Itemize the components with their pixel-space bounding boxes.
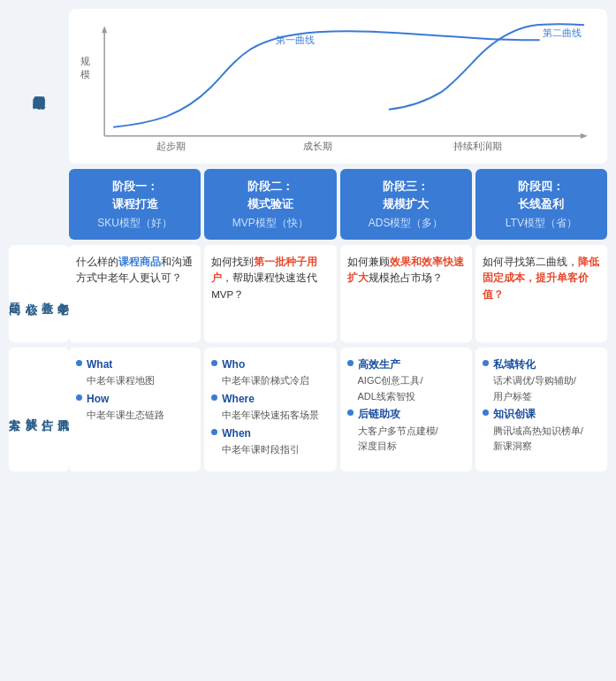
svg-text:第一曲线: 第一曲线 [276,34,315,45]
bullet-dot-5 [211,429,217,435]
stages-label-spacer [9,169,69,240]
solution-cell-4: 私域转化 话术调优/导购辅助/用户标签 知识创课 腾讯域高热知识榜单/新课洞察 [475,348,607,471]
bullet-dot-6 [347,360,354,366]
stage2-model: MVP模型（快） [211,216,329,231]
stage-header-2: 阶段二：模式验证 MVP模型（快） [204,169,336,240]
backend-label: 后链助攻 [358,406,438,423]
when-text: 中老年课时段指引 [222,442,300,458]
private-domain-label: 私域转化 [493,356,576,373]
knowledge-course-label: 知识创课 [493,406,583,423]
bullet-how: How 中老年课生态链路 [76,391,194,424]
how-label: How [87,391,164,408]
stage-header-1: 阶段一：课程打造 SKU模型（好） [69,169,201,240]
core-questions-cells: 什么样的课程商品和沟通方式中老年人更认可？ 如何找到第一批种子用户，帮助课程快速… [69,245,607,342]
svg-text:持续利润期: 持续利润期 [453,141,502,151]
bullet-backend: 后链助攻 大客户多节点建模/深度目标 [347,406,465,454]
bullet-dot-4 [211,394,217,401]
stage4-title: 阶段四：长线盈利 [483,178,600,212]
main-container: 中老年教企发展周期 规 模 起步期 成长期 持续利润期 第一曲线 [9,9,607,471]
knowledge-course-text: 腾讯域高热知识榜单/新课洞察 [493,424,583,455]
core-question-1: 什么样的课程商品和沟通方式中老年人更认可？ [69,245,201,342]
backend-text: 大客户多节点建模/深度目标 [358,424,438,455]
solution-cells: What 中老年课程地图 How 中老年课生态链路 Wh [69,348,607,471]
svg-marker-3 [581,134,588,139]
chart-row: 中老年教企发展周期 规 模 起步期 成长期 持续利润期 第一曲线 [9,9,607,164]
bullet-dot-2 [76,394,82,401]
stages-cells: 阶段一：课程打造 SKU模型（好） 阶段二：模式验证 MVP模型（快） 阶段三：… [69,169,607,240]
bullet-efficient-prod: 高效生产 AIGC创意工具/ADL线索智投 [347,356,465,404]
bullet-dot-3 [211,360,217,366]
svg-text:起步期: 起步期 [156,141,186,151]
core-questions-row: 中老年教企核心问题 什么样的课程商品和沟通方式中老年人更认可？ 如何找到第一批种… [9,245,607,342]
solutions-row: 腾讯广告解决方案 What 中老年课程地图 How 中老年课生态链路 [9,348,607,471]
who-label: Who [222,356,309,373]
solution-cell-3: 高效生产 AIGC创意工具/ADL线索智投 后链助攻 大客户多节点建模/深度目标 [340,348,472,471]
bullet-dot-9 [483,409,489,416]
svg-text:模: 模 [80,69,90,80]
growth-chart: 规 模 起步期 成长期 持续利润期 第一曲线 第二曲线 [78,19,593,155]
solution-cell-1: What 中老年课程地图 How 中老年课生态链路 [69,348,201,471]
core-question-4: 如何寻找第二曲线，降低固定成本，提升单客价值？ [475,245,607,342]
stage-header-4: 阶段四：长线盈利 LTV模型（省） [475,169,607,240]
bullet-knowledge-course: 知识创课 腾讯域高热知识榜单/新课洞察 [483,406,600,454]
stage1-model: SKU模型（好） [76,216,194,231]
core-question-3: 如何兼顾效果和效率快速扩大规模抢占市场？ [340,245,472,342]
core-questions-label: 中老年教企核心问题 [9,245,69,342]
bullet-when: When 中老年课时段指引 [211,425,329,458]
stage4-model: LTV模型（省） [483,216,600,231]
stage3-model: ADS模型（多） [347,216,465,231]
bullet-dot-1 [76,360,82,366]
period-label: 中老年教企发展周期 [9,9,69,164]
chart-area: 规 模 起步期 成长期 持续利润期 第一曲线 第二曲线 [69,9,607,164]
svg-text:成长期: 成长期 [303,141,332,151]
svg-marker-1 [102,26,107,33]
core-question-2: 如何找到第一批种子用户，帮助课程快速迭代MVP？ [204,245,336,342]
solution-cell-2: Who 中老年课阶梯式冷启 Where 中老年课快速拓客场景 When 中老 [204,348,336,471]
where-text: 中老年课快速拓客场景 [222,408,319,424]
when-label: When [222,425,300,442]
private-domain-text: 话术调优/导购辅助/用户标签 [493,373,576,404]
stage-header-3: 阶段三：规模扩大 ADS模型（多） [340,169,472,240]
stage2-title: 阶段二：模式验证 [211,178,329,212]
who-text: 中老年课阶梯式冷启 [222,373,309,389]
svg-text:第二曲线: 第二曲线 [543,27,582,38]
what-label: What [87,356,155,373]
bullet-dot-8 [483,360,489,366]
svg-text:规: 规 [80,56,90,66]
solutions-label: 腾讯广告解决方案 [9,348,69,471]
stage3-title: 阶段三：规模扩大 [347,178,465,212]
stages-header-row: 阶段一：课程打造 SKU模型（好） 阶段二：模式验证 MVP模型（快） 阶段三：… [9,169,607,240]
stage1-title: 阶段一：课程打造 [76,178,194,212]
bullet-private-domain: 私域转化 话术调优/导购辅助/用户标签 [483,356,600,404]
efficient-prod-label: 高效生产 [358,356,423,373]
what-text: 中老年课程地图 [87,373,155,389]
bullet-who: Who 中老年课阶梯式冷启 [211,356,329,389]
bullet-what: What 中老年课程地图 [76,356,194,389]
where-label: Where [222,391,319,408]
efficient-prod-text: AIGC创意工具/ADL线索智投 [358,373,423,404]
bullet-dot-7 [347,409,354,416]
how-text: 中老年课生态链路 [87,408,164,424]
bullet-where: Where 中老年课快速拓客场景 [211,391,329,424]
